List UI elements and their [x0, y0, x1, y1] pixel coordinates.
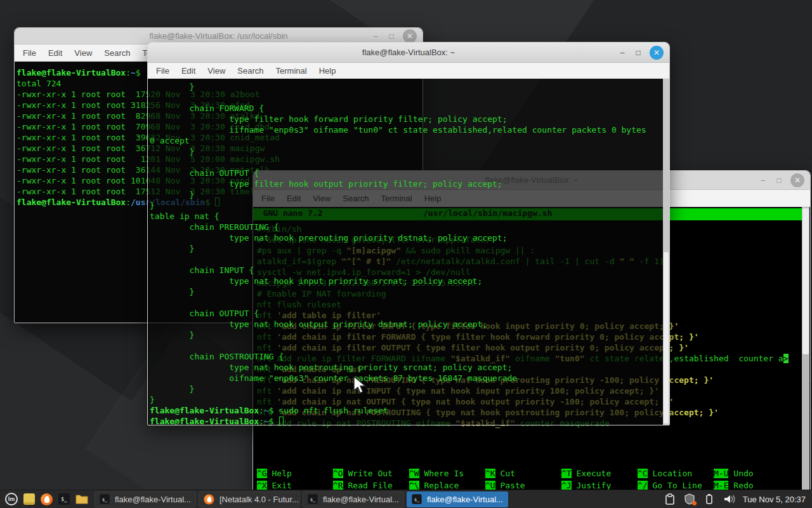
close-icon[interactable]: ✕	[790, 173, 804, 187]
terminal-output[interactable]: } chain FORWARD { type filter hook forwa…	[148, 79, 669, 425]
taskbar-button-label: flake@flake-Virtual...	[427, 495, 503, 504]
window-buttons: $_flake@flake-Virtual...[Netatalk 4.0 - …	[93, 491, 509, 507]
window-main-terminal: flake@flake-VirtualBox: ~ – □ ✕ FileEdit…	[147, 42, 670, 425]
terminal-line: chain INPUT {	[150, 265, 669, 276]
terminal-line: iifname "enp0s3" oifname "tun0" ct state…	[150, 125, 669, 136]
clock[interactable]: Tue Nov 5, 20:37	[743, 495, 806, 504]
nano-shortcuts: ^G Help^O Write Out^W Where Is^K Cut^T E…	[257, 467, 801, 490]
update-badge	[692, 501, 697, 505]
terminal-line: }	[150, 82, 669, 93]
nano-shortcut: ^O Write Out	[333, 469, 409, 479]
terminal-line: chain FORWARD {	[150, 104, 669, 114]
terminal-line: type nat hook input priority srcnat; pol…	[150, 276, 669, 287]
nano-shortcut: M-E Redo	[714, 481, 790, 490]
terminal-line	[150, 93, 669, 104]
terminal-line	[150, 255, 669, 265]
terminal-icon: $_	[412, 494, 421, 504]
text-cursor	[279, 417, 284, 425]
firefox-icon	[204, 494, 214, 504]
window-title: flake@flake-VirtualBox: ~	[362, 48, 455, 57]
terminal-line: type nat hook postrouting priority srcna…	[150, 363, 669, 373]
browser-icon[interactable]	[41, 493, 53, 505]
terminal-line: chain OUTPUT {	[150, 309, 669, 319]
terminal-line: flake@flake-VirtualBox:~$ sudo nft flush…	[150, 406, 669, 417]
menu-item-edit[interactable]: Edit	[48, 48, 62, 58]
maximize-icon[interactable]: □	[634, 48, 643, 57]
taskbar-window-button[interactable]: $_flake@flake-Virtual...	[303, 491, 404, 507]
terminal-line: type filter hook output priority filter;…	[150, 179, 669, 190]
volume-icon[interactable]	[723, 493, 735, 505]
clipboard-icon[interactable]	[664, 493, 676, 505]
battery-icon[interactable]	[704, 493, 715, 505]
terminal-launcher-icon[interactable]: $_	[58, 493, 70, 505]
mint-menu-icon[interactable]: lm	[5, 493, 18, 505]
terminal-line: type nat hook prerouting priority dstnat…	[150, 233, 669, 244]
terminal-line: }	[150, 330, 669, 341]
nano-shortcut: ^X Exit	[257, 481, 333, 490]
terminal-line: }	[150, 244, 669, 255]
desktop: flake@flake-VirtualBox: /usr/local/sbin …	[0, 0, 812, 508]
terminal-line: }	[150, 190, 669, 201]
close-icon[interactable]: ✕	[403, 29, 417, 43]
terminal-line: type nat hook output priority dstnat; po…	[150, 319, 669, 330]
minimize-icon[interactable]: –	[618, 48, 627, 57]
maximize-icon[interactable]: □	[775, 176, 783, 185]
scrollbar-thumb[interactable]	[664, 252, 669, 424]
menubar: FileEditViewSearchTerminalHelp	[148, 63, 669, 79]
menu-item-file[interactable]: File	[23, 48, 36, 58]
file-manager-icon[interactable]	[75, 494, 88, 504]
taskbar-window-button[interactable]: $_flake@flake-Virtual...	[407, 491, 508, 507]
terminal-line: }	[150, 287, 669, 298]
nano-shortcut: M-U Undo	[714, 469, 790, 479]
nano-shortcut: ^\ Replace	[409, 481, 485, 490]
close-icon[interactable]: ✕	[650, 46, 664, 60]
system-tray: Tue Nov 5, 20:37	[664, 493, 812, 505]
menu-item-search[interactable]: Search	[237, 66, 263, 76]
taskbar: lm $_ $_flake@flake-Virtual...[Netatalk …	[0, 490, 812, 508]
scrollbar-thumb[interactable]	[802, 208, 809, 354]
scrollbar[interactable]	[663, 79, 669, 425]
nano-shortcut: ^/ Go To Line	[638, 481, 714, 490]
nano-shortcut: ^W Where Is	[409, 469, 485, 479]
terminal-line: type filter hook forward priority filter…	[150, 114, 669, 125]
terminal-line: table ip nat {	[150, 211, 669, 222]
taskbar-window-button[interactable]: $_flake@flake-Virtual...	[95, 491, 196, 507]
taskbar-button-label: flake@flake-Virtual...	[323, 495, 399, 504]
terminal-line: chain PREROUTING {	[150, 222, 669, 233]
terminal-line: }	[150, 147, 669, 157]
terminal-line: flake@flake-VirtualBox:~$	[150, 417, 669, 425]
menu-item-file[interactable]: File	[156, 66, 169, 76]
menu-item-terminal[interactable]: Terminal	[276, 66, 307, 76]
launchers: lm $_	[0, 493, 93, 505]
nano-shortcut: ^R Read File	[333, 481, 409, 490]
terminal-line	[150, 298, 669, 309]
menu-item-edit[interactable]: Edit	[181, 66, 195, 76]
nano-shortcut: ^G Help	[257, 469, 333, 479]
nano-shortcut: ^J Justify	[561, 481, 638, 490]
taskbar-button-label: flake@flake-Virtual...	[115, 495, 191, 504]
terminal-line: chain OUTPUT {	[150, 168, 669, 179]
menu-item-view[interactable]: View	[74, 48, 92, 58]
terminal-line	[150, 341, 669, 352]
terminal-line: }	[150, 384, 669, 395]
terminal-line: chain POSTROUTING {	[150, 352, 669, 363]
titlebar[interactable]: flake@flake-VirtualBox: ~ – □ ✕	[148, 43, 669, 63]
window-title: flake@flake-VirtualBox: /usr/local/sbin	[149, 31, 287, 41]
menu-item-view[interactable]: View	[207, 66, 225, 76]
terminal-line: }	[150, 395, 669, 406]
menu-item-help[interactable]: Help	[319, 66, 336, 76]
minimize-icon[interactable]: –	[759, 176, 768, 185]
maximize-icon[interactable]: □	[387, 32, 396, 41]
nano-shortcut: ^T Execute	[561, 469, 638, 479]
nano-shortcut: ^U Paste	[485, 481, 561, 490]
taskbar-window-button[interactable]: [Netatalk 4.0 - Futur...	[199, 491, 300, 507]
terminal-line	[150, 157, 669, 168]
scrollbar[interactable]	[802, 207, 809, 490]
show-desktop-icon[interactable]	[23, 493, 35, 505]
menu-item-search[interactable]: Search	[104, 48, 130, 58]
nano-shortcut: ^C Location	[638, 469, 714, 479]
terminal-icon: $_	[308, 494, 317, 504]
terminal-line: 0 accept	[150, 136, 669, 147]
minimize-icon[interactable]: –	[371, 32, 380, 41]
update-shield-icon[interactable]	[684, 493, 695, 505]
